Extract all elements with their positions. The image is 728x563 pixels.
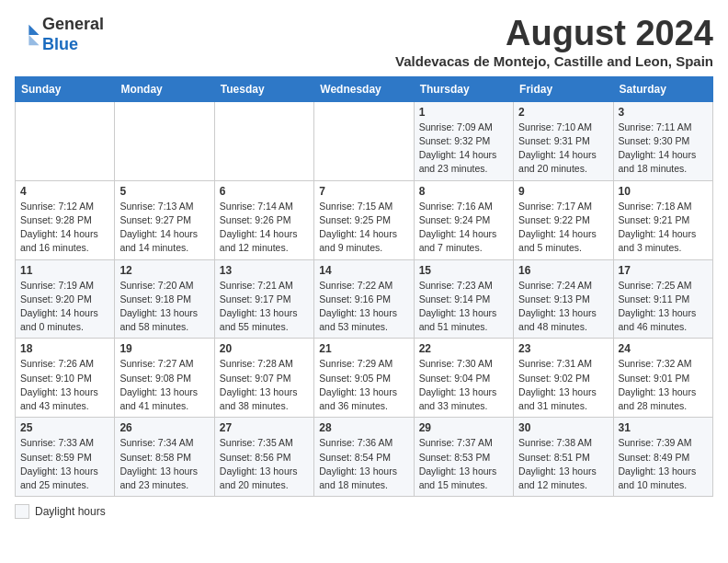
header-row: SundayMondayTuesdayWednesdayThursdayFrid… xyxy=(16,76,713,101)
legend: Daylight hours xyxy=(15,504,713,519)
calendar-cell: 23Sunrise: 7:31 AMSunset: 9:02 PMDayligh… xyxy=(514,339,613,418)
header-day-friday: Friday xyxy=(514,76,613,101)
logo: General Blue xyxy=(15,15,104,54)
day-number: 2 xyxy=(518,106,608,119)
day-info: Sunrise: 7:29 AMSunset: 9:05 PMDaylight:… xyxy=(319,357,408,413)
calendar-week-2: 4Sunrise: 7:12 AMSunset: 9:28 PMDaylight… xyxy=(16,180,713,259)
day-info: Sunrise: 7:36 AMSunset: 8:54 PMDaylight:… xyxy=(319,436,408,492)
calendar-cell: 31Sunrise: 7:39 AMSunset: 8:49 PMDayligh… xyxy=(613,418,712,497)
calendar-cell: 25Sunrise: 7:33 AMSunset: 8:59 PMDayligh… xyxy=(16,418,115,497)
calendar-cell: 16Sunrise: 7:24 AMSunset: 9:13 PMDayligh… xyxy=(514,259,613,339)
calendar-cell: 7Sunrise: 7:15 AMSunset: 9:25 PMDaylight… xyxy=(314,180,414,259)
calendar-cell: 17Sunrise: 7:25 AMSunset: 9:11 PMDayligh… xyxy=(613,259,712,339)
calendar-cell: 4Sunrise: 7:12 AMSunset: 9:28 PMDaylight… xyxy=(16,180,115,259)
day-info: Sunrise: 7:21 AMSunset: 9:17 PMDaylight:… xyxy=(220,279,309,335)
day-info: Sunrise: 7:25 AMSunset: 9:11 PMDaylight:… xyxy=(619,279,708,335)
day-number: 11 xyxy=(20,264,109,277)
title-block: August 2024 Valdevacas de Montejo, Casti… xyxy=(395,15,713,69)
calendar-cell: 24Sunrise: 7:32 AMSunset: 9:01 PMDayligh… xyxy=(613,339,712,418)
header-day-tuesday: Tuesday xyxy=(214,76,313,101)
calendar-week-4: 18Sunrise: 7:26 AMSunset: 9:10 PMDayligh… xyxy=(16,339,713,418)
day-number: 16 xyxy=(518,264,608,277)
day-number: 30 xyxy=(518,421,608,434)
calendar-cell: 8Sunrise: 7:16 AMSunset: 9:24 PMDaylight… xyxy=(414,180,513,259)
calendar-cell: 30Sunrise: 7:38 AMSunset: 8:51 PMDayligh… xyxy=(514,418,613,497)
day-number: 18 xyxy=(20,342,109,355)
calendar-cell: 28Sunrise: 7:36 AMSunset: 8:54 PMDayligh… xyxy=(314,418,414,497)
day-number: 12 xyxy=(119,264,209,277)
calendar-cell: 11Sunrise: 7:19 AMSunset: 9:20 PMDayligh… xyxy=(16,259,115,339)
day-info: Sunrise: 7:27 AMSunset: 9:08 PMDaylight:… xyxy=(119,357,209,413)
header-day-wednesday: Wednesday xyxy=(314,76,414,101)
calendar-cell: 10Sunrise: 7:18 AMSunset: 9:21 PMDayligh… xyxy=(613,180,712,259)
day-info: Sunrise: 7:24 AMSunset: 9:13 PMDaylight:… xyxy=(518,279,608,335)
day-info: Sunrise: 7:26 AMSunset: 9:10 PMDaylight:… xyxy=(20,357,109,413)
day-number: 9 xyxy=(518,185,608,198)
header-day-sunday: Sunday xyxy=(16,76,115,101)
calendar-header: SundayMondayTuesdayWednesdayThursdayFrid… xyxy=(16,76,713,101)
day-info: Sunrise: 7:33 AMSunset: 8:59 PMDaylight:… xyxy=(20,436,109,492)
day-number: 23 xyxy=(518,342,608,355)
calendar-week-5: 25Sunrise: 7:33 AMSunset: 8:59 PMDayligh… xyxy=(16,418,713,497)
calendar-cell: 1Sunrise: 7:09 AMSunset: 9:32 PMDaylight… xyxy=(414,101,513,180)
calendar-cell: 20Sunrise: 7:28 AMSunset: 9:07 PMDayligh… xyxy=(214,339,313,418)
day-info: Sunrise: 7:11 AMSunset: 9:30 PMDaylight:… xyxy=(619,121,708,177)
day-info: Sunrise: 7:34 AMSunset: 8:58 PMDaylight:… xyxy=(119,436,209,492)
day-info: Sunrise: 7:31 AMSunset: 9:02 PMDaylight:… xyxy=(518,357,608,413)
day-number: 31 xyxy=(619,421,708,434)
day-info: Sunrise: 7:17 AMSunset: 9:22 PMDaylight:… xyxy=(518,200,608,256)
logo-icon xyxy=(15,22,40,48)
day-number: 1 xyxy=(419,106,508,119)
calendar-cell: 5Sunrise: 7:13 AMSunset: 9:27 PMDaylight… xyxy=(115,180,214,259)
day-info: Sunrise: 7:19 AMSunset: 9:20 PMDaylight:… xyxy=(20,279,109,335)
day-info: Sunrise: 7:23 AMSunset: 9:14 PMDaylight:… xyxy=(419,279,508,335)
calendar-cell xyxy=(214,101,313,180)
calendar-cell: 27Sunrise: 7:35 AMSunset: 8:56 PMDayligh… xyxy=(214,418,313,497)
day-info: Sunrise: 7:20 AMSunset: 9:18 PMDaylight:… xyxy=(119,279,209,335)
day-info: Sunrise: 7:15 AMSunset: 9:25 PMDaylight:… xyxy=(319,200,408,256)
calendar-body: 1Sunrise: 7:09 AMSunset: 9:32 PMDaylight… xyxy=(16,101,713,496)
day-info: Sunrise: 7:32 AMSunset: 9:01 PMDaylight:… xyxy=(619,357,708,413)
day-number: 7 xyxy=(319,185,408,198)
day-number: 14 xyxy=(319,264,408,277)
day-info: Sunrise: 7:09 AMSunset: 9:32 PMDaylight:… xyxy=(419,121,508,177)
calendar-cell: 18Sunrise: 7:26 AMSunset: 9:10 PMDayligh… xyxy=(16,339,115,418)
day-number: 6 xyxy=(220,185,309,198)
day-number: 22 xyxy=(419,342,508,355)
calendar-cell xyxy=(115,101,214,180)
page-header: General Blue August 2024 Valdevacas de M… xyxy=(15,15,713,69)
calendar-week-3: 11Sunrise: 7:19 AMSunset: 9:20 PMDayligh… xyxy=(16,259,713,339)
legend-box xyxy=(15,504,29,519)
legend-label: Daylight hours xyxy=(35,505,106,518)
day-info: Sunrise: 7:37 AMSunset: 8:53 PMDaylight:… xyxy=(419,436,508,492)
day-number: 21 xyxy=(319,342,408,355)
day-info: Sunrise: 7:14 AMSunset: 9:26 PMDaylight:… xyxy=(220,200,309,256)
header-day-saturday: Saturday xyxy=(613,76,712,101)
calendar-table: SundayMondayTuesdayWednesdayThursdayFrid… xyxy=(15,76,713,497)
calendar-cell: 22Sunrise: 7:30 AMSunset: 9:04 PMDayligh… xyxy=(414,339,513,418)
calendar-cell: 26Sunrise: 7:34 AMSunset: 8:58 PMDayligh… xyxy=(115,418,214,497)
day-number: 8 xyxy=(419,185,508,198)
logo-blue-text: Blue xyxy=(42,35,78,53)
calendar-cell: 12Sunrise: 7:20 AMSunset: 9:18 PMDayligh… xyxy=(115,259,214,339)
day-number: 3 xyxy=(619,106,708,119)
calendar-cell: 6Sunrise: 7:14 AMSunset: 9:26 PMDaylight… xyxy=(214,180,313,259)
day-number: 28 xyxy=(319,421,408,434)
day-info: Sunrise: 7:16 AMSunset: 9:24 PMDaylight:… xyxy=(419,200,508,256)
day-info: Sunrise: 7:13 AMSunset: 9:27 PMDaylight:… xyxy=(119,200,209,256)
day-number: 25 xyxy=(20,421,109,434)
day-info: Sunrise: 7:35 AMSunset: 8:56 PMDaylight:… xyxy=(220,436,309,492)
day-number: 20 xyxy=(220,342,309,355)
day-number: 13 xyxy=(220,264,309,277)
header-day-thursday: Thursday xyxy=(414,76,513,101)
calendar-cell: 19Sunrise: 7:27 AMSunset: 9:08 PMDayligh… xyxy=(115,339,214,418)
main-title: August 2024 xyxy=(395,15,713,53)
calendar-cell: 2Sunrise: 7:10 AMSunset: 9:31 PMDaylight… xyxy=(514,101,613,180)
calendar-cell: 3Sunrise: 7:11 AMSunset: 9:30 PMDaylight… xyxy=(613,101,712,180)
subtitle: Valdevacas de Montejo, Castille and Leon… xyxy=(395,53,713,69)
day-info: Sunrise: 7:22 AMSunset: 9:16 PMDaylight:… xyxy=(319,279,408,335)
calendar-cell: 29Sunrise: 7:37 AMSunset: 8:53 PMDayligh… xyxy=(414,418,513,497)
header-day-monday: Monday xyxy=(115,76,214,101)
day-info: Sunrise: 7:12 AMSunset: 9:28 PMDaylight:… xyxy=(20,200,109,256)
day-number: 24 xyxy=(619,342,708,355)
